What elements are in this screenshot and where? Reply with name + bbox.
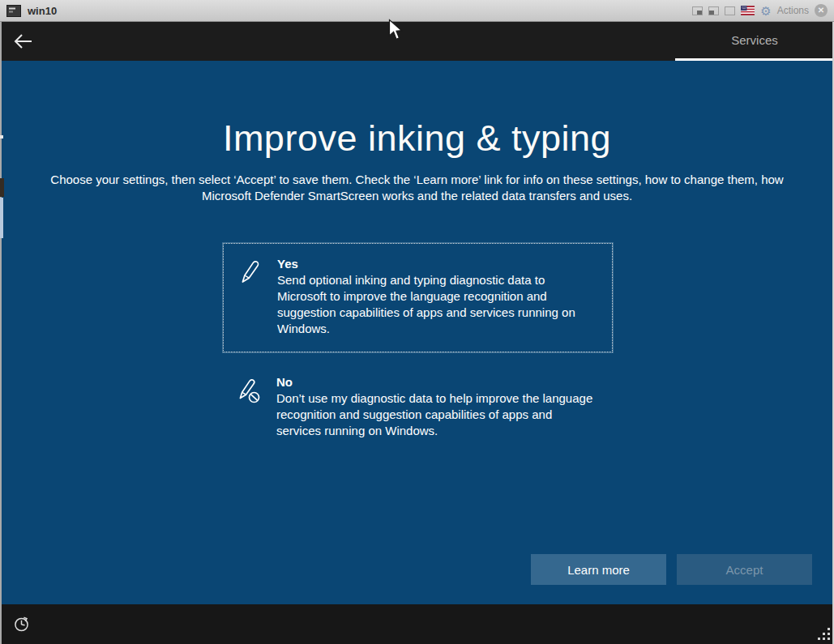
- ink-pen-blocked-icon: [237, 377, 261, 404]
- mouse-pointer-icon: [388, 19, 403, 41]
- oobe-top-bar: Services: [0, 22, 834, 61]
- tab-services-label: Services: [731, 33, 778, 47]
- vm-titlebar: win10 ⚙ Actions ✕: [0, 0, 834, 22]
- learn-more-button[interactable]: Learn more: [531, 554, 666, 585]
- vm-console-window: win10 ⚙ Actions ✕ Services: [0, 0, 834, 644]
- page-subtitle: Choose your settings, then select ‘Accep…: [46, 172, 788, 204]
- back-button[interactable]: [11, 32, 34, 51]
- edge-artifact: [0, 198, 3, 238]
- options-list: Yes Send optional inking and typing diag…: [223, 243, 613, 452]
- window-maximize-icon[interactable]: [725, 6, 735, 15]
- window-restore-icon-2[interactable]: [708, 6, 719, 15]
- ink-pen-icon: [238, 258, 260, 285]
- resize-grip-icon[interactable]: [817, 627, 830, 640]
- clock-arrow-icon[interactable]: [13, 616, 30, 633]
- option-yes[interactable]: Yes Send optional inking and typing diag…: [223, 243, 613, 352]
- oobe-content: Improve inking & typing Choose your sett…: [0, 61, 834, 604]
- oobe-bottom-bar: [0, 604, 834, 644]
- us-flag-icon[interactable]: [741, 6, 755, 15]
- edge-artifact: [0, 135, 3, 139]
- edge-artifact: [0, 178, 4, 197]
- vm-title: win10: [28, 5, 57, 17]
- option-no-label: No: [276, 375, 598, 389]
- accept-button[interactable]: Accept: [677, 554, 812, 585]
- window-restore-icon[interactable]: [692, 6, 703, 15]
- option-no[interactable]: No Don’t use my diagnostic data to help …: [223, 367, 613, 452]
- actions-menu[interactable]: Actions: [777, 5, 809, 16]
- page-title: Improve inking & typing: [0, 117, 834, 160]
- option-yes-description: Send optional inking and typing diagnost…: [277, 272, 597, 337]
- console-icon: [6, 5, 21, 17]
- gear-icon[interactable]: ⚙: [760, 5, 771, 17]
- close-icon[interactable]: ✕: [815, 4, 828, 17]
- option-no-description: Don’t use my diagnostic data to help imp…: [276, 390, 598, 439]
- option-yes-label: Yes: [277, 257, 597, 271]
- tab-services[interactable]: Services: [675, 22, 834, 61]
